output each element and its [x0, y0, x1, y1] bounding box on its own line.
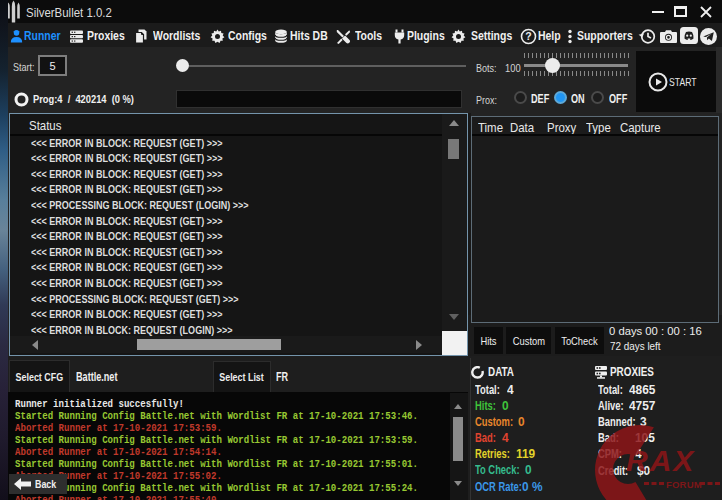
- svg-text:RAX: RAX: [626, 444, 695, 477]
- svg-text:?: ?: [526, 30, 532, 42]
- svg-text:FORUM: FORUM: [666, 479, 702, 490]
